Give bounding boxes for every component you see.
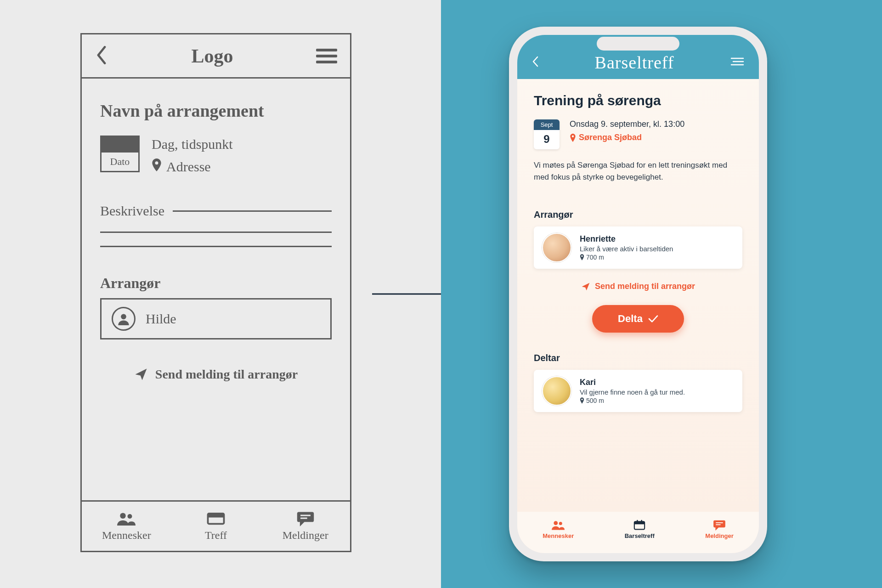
svg-point-1	[120, 513, 126, 519]
send-message-link[interactable]: Send melding til arrangør	[100, 367, 332, 382]
tab-messages-label: Meldinger	[283, 529, 328, 542]
tab-people-label: Mennesker	[102, 529, 151, 542]
wireframe-body: Navn på arrangement Dato Dag, tidspunkt …	[82, 79, 350, 500]
tab-people[interactable]: Mennesker	[82, 502, 171, 551]
event-date-row: Dato Dag, tidspunkt Adresse	[100, 136, 332, 175]
organizer-distance: 700 m	[580, 254, 673, 261]
app-logo: Logo	[191, 45, 233, 67]
svg-point-0	[121, 314, 126, 320]
participant-distance: 500 m	[580, 397, 685, 404]
event-description: Vi møtes på Sørenga Sjøbad for en lett t…	[534, 159, 742, 183]
avatar	[542, 376, 571, 406]
svg-rect-6	[300, 518, 307, 519]
svg-rect-18	[716, 524, 720, 525]
participate-label: Delta	[618, 313, 643, 325]
app-brand: Barseltreff	[595, 52, 674, 73]
event-address: Adresse	[166, 159, 211, 175]
svg-point-2	[128, 514, 132, 519]
svg-rect-14	[634, 521, 645, 524]
organizer-bio: Liker å være aktiv i barseltiden	[580, 245, 673, 253]
svg-rect-5	[300, 515, 311, 516]
organizer-card[interactable]: Henriette Liker å være aktiv i barseltid…	[534, 226, 742, 269]
svg-rect-15	[637, 520, 638, 522]
organizer-card[interactable]: Hilde	[100, 298, 332, 339]
description-label: Beskrivelse	[100, 203, 164, 219]
svg-point-11	[554, 521, 558, 525]
tab-people[interactable]: Mennesker	[543, 520, 574, 539]
svg-point-12	[559, 522, 562, 525]
calendar-icon: Dato	[100, 136, 140, 172]
event-location-text: Sørenga Sjøbad	[579, 133, 642, 142]
participant-card[interactable]: Kari Vil gjerne finne noen å gå tur med.…	[534, 370, 742, 412]
back-icon[interactable]	[95, 46, 108, 66]
event-when: Onsdag 9. september, kl. 13:00	[570, 119, 684, 129]
hamburger-icon[interactable]	[316, 49, 337, 63]
calendar-month: Sept	[534, 119, 560, 130]
tab-messages[interactable]: Meldinger	[705, 520, 733, 539]
event-location[interactable]: Sørenga Sjøbad	[570, 133, 684, 142]
event-date-row: Sept 9 Onsdag 9. september, kl. 13:00 Sø…	[534, 119, 742, 149]
tab-messages-label: Meldinger	[705, 532, 733, 539]
svg-rect-4	[208, 514, 224, 518]
phone-mockup: Barseltreff Trening på sørenga Sept 9 On…	[509, 27, 767, 561]
organizer-label: Arrangør	[534, 209, 742, 220]
back-icon[interactable]	[532, 56, 538, 69]
wireframe-header: Logo	[82, 34, 350, 79]
participant-bio: Vil gjerne finne noen å gå tur med.	[580, 388, 685, 396]
participants-label: Deltar	[534, 353, 742, 363]
avatar-icon	[112, 307, 136, 331]
avatar	[542, 233, 571, 262]
tab-meet-label: Barseltreff	[625, 532, 655, 539]
hamburger-icon[interactable]	[730, 57, 744, 68]
phone-notch	[597, 37, 679, 51]
app-body: Trening på sørenga Sept 9 Onsdag 9. sept…	[517, 79, 759, 553]
tab-meet[interactable]: Treff	[171, 502, 261, 551]
event-title: Navn på arrangement	[100, 101, 332, 121]
organizer-label: Arrangør	[100, 275, 332, 292]
check-icon	[648, 315, 658, 323]
organizer-name: Hilde	[146, 311, 176, 327]
tab-messages[interactable]: Meldinger	[260, 502, 350, 551]
send-message-label: Send melding til arrangør	[155, 367, 298, 382]
send-message-link[interactable]: Send melding til arrangør	[534, 282, 742, 291]
send-message-label: Send melding til arrangør	[595, 282, 695, 291]
participate-button[interactable]: Delta	[592, 305, 684, 333]
event-title: Trening på sørenga	[534, 93, 742, 108]
calendar-label: Dato	[102, 153, 138, 171]
calendar-day: 9	[534, 130, 560, 149]
tab-meet[interactable]: Barseltreff	[625, 520, 655, 539]
svg-rect-17	[716, 522, 723, 523]
svg-rect-16	[641, 520, 643, 522]
organizer-name: Henriette	[580, 234, 673, 244]
tab-meet-label: Treff	[205, 529, 227, 542]
wireframe-bottom-nav: Mennesker Treff Meldinger	[82, 500, 350, 551]
app-bottom-nav: Mennesker Barseltreff Meldinger	[517, 512, 759, 553]
participant-name: Kari	[580, 378, 685, 387]
pin-icon	[152, 158, 162, 175]
calendar-badge: Sept 9	[534, 119, 560, 149]
tab-people-label: Mennesker	[543, 532, 574, 539]
event-daytime: Dag, tidspunkt	[152, 136, 233, 152]
wireframe-phone: Logo Navn på arrangement Dato Dag, tidsp…	[80, 33, 351, 552]
app-screen: Barseltreff Trening på sørenga Sept 9 On…	[517, 35, 759, 553]
